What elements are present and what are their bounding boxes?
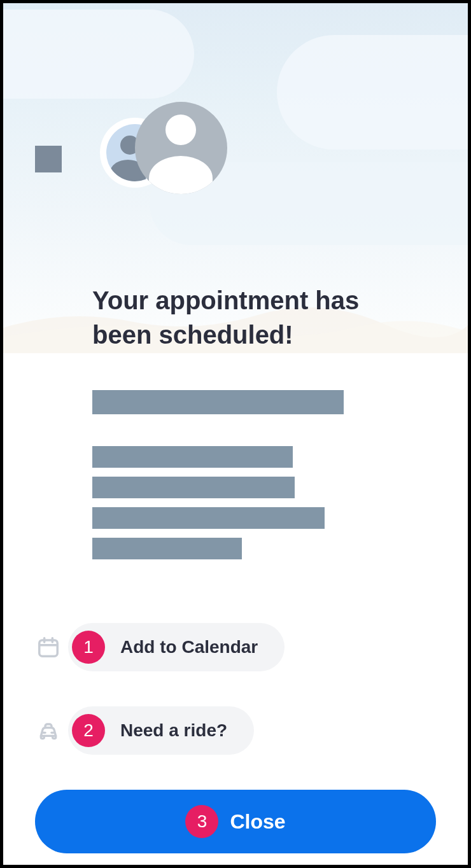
appointment-details-placeholder [92, 390, 436, 414]
menu-placeholder [35, 146, 62, 172]
placeholder-line [92, 446, 293, 468]
step-badge-1: 1 [72, 631, 105, 664]
calendar-icon [35, 634, 62, 661]
avatar-primary [135, 102, 227, 194]
step-badge-3: 3 [185, 805, 218, 838]
add-to-calendar-row: 1 Add to Calendar [35, 623, 436, 671]
car-icon [35, 717, 62, 744]
avatar-group [100, 111, 227, 207]
need-a-ride-label: Need a ride? [120, 720, 227, 741]
placeholder-line [92, 477, 295, 498]
need-a-ride-row: 2 Need a ride? [35, 706, 436, 755]
appointment-details-placeholder [92, 446, 436, 559]
placeholder-line [92, 538, 242, 559]
add-to-calendar-label: Add to Calendar [120, 637, 258, 657]
close-label: Close [230, 810, 285, 834]
placeholder-line [92, 390, 344, 414]
svg-rect-0 [39, 640, 58, 656]
confirmation-heading: Your appointment has been scheduled! [92, 283, 411, 352]
placeholder-line [92, 507, 325, 529]
close-button[interactable]: 3 Close [35, 790, 436, 853]
step-badge-2: 2 [72, 714, 105, 747]
